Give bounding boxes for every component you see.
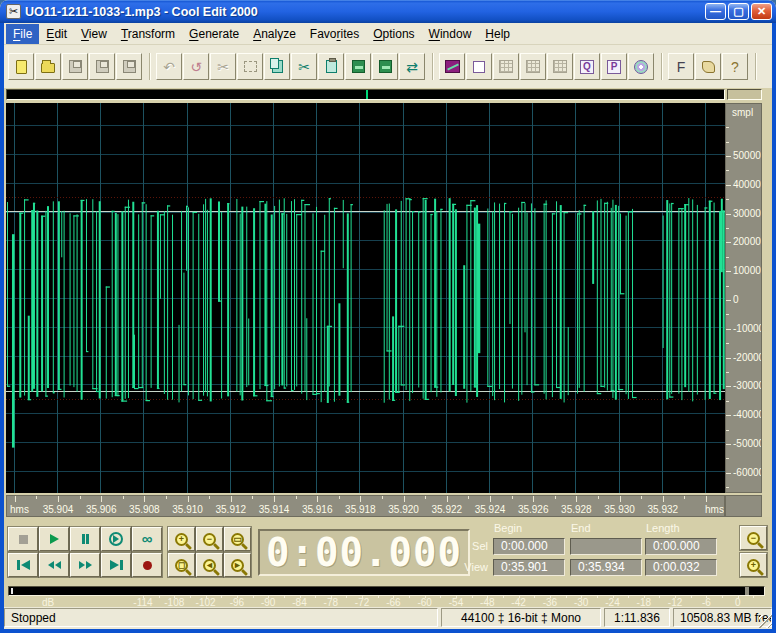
undo-button[interactable]: ↶: [156, 53, 182, 80]
resize-grip[interactable]: [759, 615, 772, 628]
trim-button[interactable]: [237, 53, 263, 80]
maximize-button[interactable]: ▢: [728, 3, 749, 20]
save-selection-button[interactable]: [116, 53, 142, 80]
enable-undo-button[interactable]: ↺: [183, 53, 209, 80]
zoom-in-button[interactable]: +: [168, 527, 195, 551]
menu-generate[interactable]: Generate: [182, 24, 246, 44]
copy-button[interactable]: [264, 53, 290, 80]
time-tick-major: [620, 496, 621, 502]
zoom-in-right-button[interactable]: ►: [224, 553, 251, 577]
amplitude-tick: [726, 242, 731, 243]
selection-header-end: End: [571, 522, 591, 534]
waveform-view-button[interactable]: [439, 53, 465, 80]
level-meter[interactable]: [8, 586, 765, 596]
save-selection-icon: [123, 60, 136, 73]
overview-corner-box: [727, 89, 762, 100]
selection-cell-view-end[interactable]: 0:35.934: [570, 559, 642, 576]
menu-file[interactable]: File: [6, 24, 39, 44]
selection-cell-sel-end[interactable]: [570, 538, 642, 555]
delete-selection-button[interactable]: ✂: [210, 53, 236, 80]
meter-tick: [315, 596, 316, 598]
menu-analyze[interactable]: Analyze: [246, 24, 303, 44]
play-looped-button[interactable]: [101, 527, 131, 551]
pause-icon: [82, 534, 85, 544]
title-bar[interactable]: ✂ UO11-1211-1033-1.mp3 - Cool Edit 2000 …: [0, 0, 776, 23]
delete-selection-icon: ✂: [217, 60, 229, 74]
selection-cell-sel-begin[interactable]: 0:00.000: [493, 538, 565, 555]
spectral-view-button[interactable]: [466, 53, 492, 80]
pause-button[interactable]: [70, 527, 100, 551]
selection-header-length: Length: [646, 522, 680, 534]
menu-edit[interactable]: Edit: [39, 24, 74, 44]
cd-player-button[interactable]: [628, 53, 654, 80]
go-to-start-button[interactable]: [8, 553, 38, 577]
overview-position-marker[interactable]: [366, 90, 368, 99]
frequency-analysis-button[interactable]: F: [668, 53, 694, 80]
waveform-view-icon: [445, 60, 460, 73]
selection-cell-sel-length[interactable]: 0:00.000: [645, 538, 717, 555]
overview-bar[interactable]: [6, 89, 725, 100]
help-icon: ?: [731, 60, 739, 74]
save-as-button[interactable]: [89, 53, 115, 80]
q-script-button[interactable]: Q: [574, 53, 600, 80]
loop-button[interactable]: ∞: [132, 527, 162, 551]
zoom-out-vertical-button[interactable]: −: [740, 526, 767, 550]
app-icon[interactable]: ✂: [6, 4, 21, 19]
go-to-end-button[interactable]: [101, 553, 131, 577]
time-label: 35.928: [561, 504, 592, 515]
cut-button[interactable]: ✂: [291, 53, 317, 80]
stop-button[interactable]: [8, 527, 38, 551]
save-icon: [69, 60, 82, 73]
rewind-button[interactable]: [39, 553, 69, 577]
meter-tick: [159, 596, 160, 598]
amplitude-ruler[interactable]: smpl50000400003000020000100000-10000-200…: [725, 103, 762, 493]
time-ruler[interactable]: hmshms35.90435.90635.90835.91035.91235.9…: [6, 495, 725, 517]
zoom-in-vertical-button[interactable]: +: [740, 553, 767, 577]
meter-tick: [472, 596, 473, 598]
menu-options[interactable]: Options: [366, 24, 421, 44]
info-fields-button[interactable]: [547, 53, 573, 80]
scripts-button[interactable]: [695, 53, 721, 80]
app-window: ✂ UO11-1211-1033-1.mp3 - Cool Edit 2000 …: [0, 0, 776, 633]
undo-icon: ↶: [163, 60, 175, 74]
zoom-full-button[interactable]: ▭: [224, 527, 251, 551]
amplitude-tick: [726, 343, 729, 344]
menu-transform[interactable]: Transform: [114, 24, 182, 44]
menu-window[interactable]: Window: [422, 24, 479, 44]
selection-cell-view-begin[interactable]: 0:35.901: [493, 559, 565, 576]
save-button[interactable]: [62, 53, 88, 80]
fast-forward-button[interactable]: [70, 553, 100, 577]
paste-to-new-button[interactable]: [345, 53, 371, 80]
waveform-panel[interactable]: [6, 103, 725, 493]
time-label: 35.912: [216, 504, 247, 515]
time-display[interactable]: 0:00.000: [258, 529, 470, 576]
play-icon: [50, 534, 59, 544]
zoom-to-selection-button[interactable]: ◻: [168, 553, 195, 577]
time-tick-major: [274, 496, 275, 502]
mix-paste-button[interactable]: [372, 53, 398, 80]
cue-list-button[interactable]: [493, 53, 519, 80]
zoom-in-left-button[interactable]: ◄: [196, 553, 223, 577]
paste-button[interactable]: [318, 53, 344, 80]
menu-favorites[interactable]: Favorites: [303, 24, 366, 44]
zoom-out-button[interactable]: −: [196, 527, 223, 551]
rew-icon: [48, 561, 54, 569]
menu-view[interactable]: View: [74, 24, 114, 44]
amplitude-tick: [726, 358, 731, 359]
amplitude-tick: [726, 127, 729, 128]
record-button[interactable]: [132, 553, 162, 577]
play-list-button[interactable]: [520, 53, 546, 80]
new-file-button[interactable]: [8, 53, 34, 80]
help-button[interactable]: ?: [722, 53, 748, 80]
selection-cell-view-length[interactable]: 0:00.032: [645, 559, 717, 576]
play-button[interactable]: [39, 527, 69, 551]
time-tick-major: [533, 496, 534, 502]
open-file-button[interactable]: [35, 53, 61, 80]
waveform-canvas[interactable]: [6, 103, 725, 493]
p-script-button[interactable]: P: [601, 53, 627, 80]
menu-help[interactable]: Help: [478, 24, 517, 44]
status-bar: Stopped 44100 ‡ 16-bit ‡ Mono 1:11.836 1…: [4, 607, 772, 629]
convert-sample-type-button[interactable]: ⇄: [399, 53, 425, 80]
close-button[interactable]: ✕: [751, 3, 772, 20]
minimize-button[interactable]: —: [705, 3, 726, 20]
